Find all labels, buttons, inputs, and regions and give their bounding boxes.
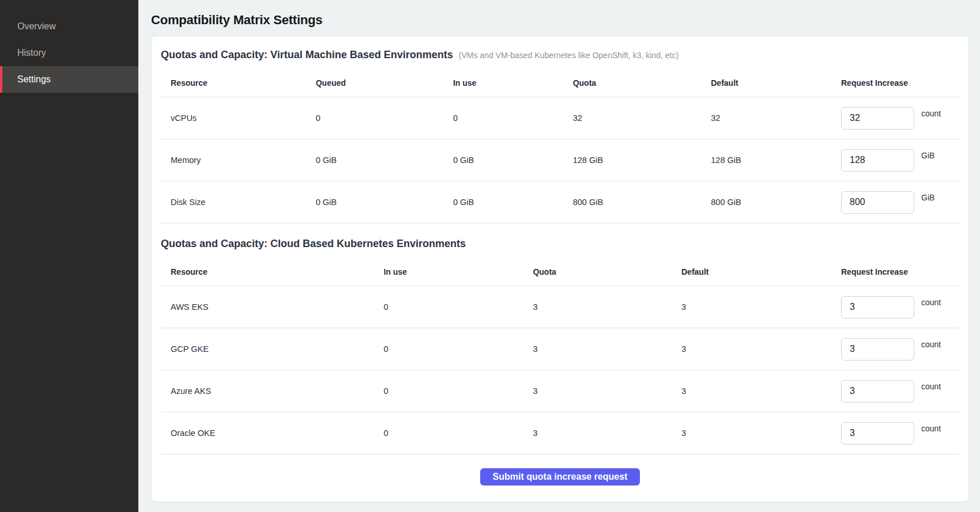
request-increase-group: count	[841, 380, 959, 403]
main-content: Compatibility Matrix Settings Quotas and…	[138, 0, 980, 512]
sidebar: Overview History Settings	[0, 0, 138, 512]
cell-quota: 32	[573, 113, 711, 123]
cell-default: 3	[681, 302, 841, 312]
cell-in-use: 0 GiB	[453, 156, 573, 165]
cell-in-use: 0	[453, 113, 573, 123]
cell-quota: 3	[533, 302, 681, 312]
sidebar-nav: Overview History Settings	[0, 13, 138, 93]
quotas-card: Quotas and Capacity: Virtual Machine Bas…	[151, 36, 969, 502]
cell-default: 128 GiB	[711, 156, 841, 165]
column-header-resource: Resource	[161, 267, 383, 276]
sidebar-item-settings[interactable]: Settings	[0, 66, 138, 93]
request-increase-group: count	[841, 338, 959, 361]
request-increase-input-disk-size[interactable]	[841, 191, 914, 214]
cell-in-use: 0 GiB	[453, 198, 573, 207]
request-increase-group: count	[841, 296, 959, 318]
cell-queued: 0	[316, 113, 453, 123]
column-header-request-increase: Request Increase	[841, 78, 959, 88]
column-header-quota: Quota	[573, 78, 711, 88]
table-row-memory: Memory 0 GiB 0 GiB 128 GiB 128 GiB GiB	[161, 139, 959, 181]
request-increase-input-azure-aks[interactable]	[841, 380, 914, 403]
request-increase-input-aws-eks[interactable]	[841, 296, 914, 318]
sidebar-item-history[interactable]: History	[0, 40, 138, 66]
cloud-section-header: Quotas and Capacity: Cloud Based Kuberne…	[161, 238, 959, 250]
cell-default: 3	[681, 344, 841, 354]
request-increase-input-memory[interactable]	[841, 149, 914, 172]
unit-label: GiB	[921, 151, 934, 160]
column-header-queued: Queued	[316, 78, 453, 88]
cell-queued: 0 GiB	[316, 156, 453, 165]
cloud-section-heading: Quotas and Capacity: Cloud Based Kuberne…	[161, 238, 466, 250]
column-header-resource: Resource	[161, 78, 316, 88]
cell-quota: 3	[533, 344, 681, 354]
cell-resource: Azure AKS	[161, 386, 383, 396]
unit-label: count	[921, 424, 941, 433]
request-increase-group: GiB	[841, 149, 959, 172]
request-increase-input-vcpus[interactable]	[841, 107, 914, 130]
cell-resource: vCPUs	[161, 113, 316, 123]
table-row-aws-eks: AWS EKS 0 3 3 count	[161, 286, 959, 328]
request-increase-input-oracle-oke[interactable]	[841, 422, 914, 445]
cell-default: 800 GiB	[711, 198, 841, 207]
column-header-in-use: In use	[383, 267, 533, 276]
vm-section-header: Quotas and Capacity: Virtual Machine Bas…	[161, 49, 959, 61]
cloud-table-header: Resource In use Quota Default Request In…	[161, 259, 959, 286]
cell-queued: 0 GiB	[316, 198, 453, 207]
cell-default: 3	[681, 386, 841, 396]
request-increase-input-gcp-gke[interactable]	[841, 338, 914, 361]
unit-label: count	[921, 382, 941, 391]
cell-resource: Oracle OKE	[161, 428, 383, 438]
cell-quota: 3	[533, 386, 681, 396]
column-header-default: Default	[711, 78, 841, 88]
cell-resource: Disk Size	[161, 198, 316, 207]
cell-in-use: 0	[383, 428, 533, 438]
request-increase-group: GiB	[841, 191, 959, 214]
cell-in-use: 0	[383, 302, 533, 312]
column-header-in-use: In use	[453, 78, 573, 88]
submit-row: Submit quota increase request	[161, 454, 959, 499]
cell-in-use: 0	[383, 386, 533, 396]
request-increase-group: count	[841, 422, 959, 445]
cell-in-use: 0	[383, 344, 533, 354]
unit-label: GiB	[921, 193, 934, 202]
column-header-request-increase: Request Increase	[841, 267, 959, 276]
cell-default: 3	[681, 428, 841, 438]
table-row-azure-aks: Azure AKS 0 3 3 count	[161, 370, 959, 412]
vm-section-subheading: (VMs and VM-based Kubernetes like OpenSh…	[459, 51, 679, 60]
column-header-quota: Quota	[533, 267, 681, 276]
cell-resource: Memory	[161, 156, 316, 165]
vm-table-header: Resource Queued In use Quota Default Req…	[161, 70, 959, 97]
column-header-default: Default	[681, 267, 841, 276]
page-title: Compatibility Matrix Settings	[151, 13, 969, 27]
table-row-vcpus: vCPUs 0 0 32 32 count	[161, 97, 959, 139]
request-increase-group: count	[841, 107, 959, 130]
cell-resource: GCP GKE	[161, 344, 383, 354]
cell-quota: 128 GiB	[573, 156, 711, 165]
app-root: Overview History Settings Compatibility …	[0, 0, 980, 512]
cell-quota: 3	[533, 428, 681, 438]
cell-quota: 800 GiB	[573, 198, 711, 207]
table-row-disk-size: Disk Size 0 GiB 0 GiB 800 GiB 800 GiB Gi…	[161, 181, 959, 223]
cell-default: 32	[711, 113, 841, 123]
sidebar-item-overview[interactable]: Overview	[0, 13, 138, 40]
vm-section-heading: Quotas and Capacity: Virtual Machine Bas…	[161, 49, 453, 61]
unit-label: count	[921, 340, 941, 349]
submit-quota-increase-button[interactable]: Submit quota increase request	[480, 468, 640, 486]
table-row-oracle-oke: Oracle OKE 0 3 3 count	[161, 412, 959, 454]
table-row-gcp-gke: GCP GKE 0 3 3 count	[161, 328, 959, 370]
cell-resource: AWS EKS	[161, 302, 383, 312]
unit-label: count	[921, 298, 941, 307]
unit-label: count	[921, 109, 941, 118]
